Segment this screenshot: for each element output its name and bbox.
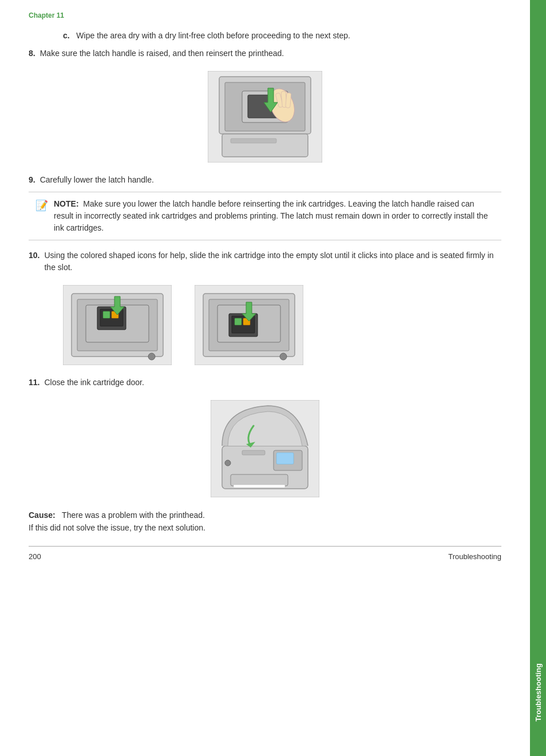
step-11-number: 11.: [29, 377, 39, 389]
svg-point-39: [225, 460, 231, 466]
note-text: Make sure you lower the latch handle bef…: [54, 199, 488, 232]
main-content: Chapter 11 c. Wipe the area dry with a d…: [0, 0, 530, 756]
cause-line: Cause: There was a problem with the prin…: [29, 509, 501, 521]
chapter-header: Chapter 11: [29, 11, 501, 19]
note-label: NOTE:: [54, 199, 79, 208]
step-10-number: 10.: [29, 250, 39, 274]
svg-rect-40: [242, 450, 265, 455]
page-container: Chapter 11 c. Wipe the area dry with a d…: [0, 0, 546, 756]
if-not-solved: If this did not solve the issue, try the…: [29, 521, 501, 534]
side-tab: Troubleshooting: [530, 0, 546, 756]
step-11-image-container: [29, 400, 501, 497]
step-8-text: Make sure the latch handle is raised, an…: [40, 48, 284, 60]
step-8-image: [208, 71, 322, 163]
cause-text: There was a problem with the printhead.: [62, 510, 205, 520]
side-tab-text: Troubleshooting: [534, 663, 543, 722]
step-8-image-container: [29, 71, 501, 163]
footer-troubleshooting: Troubleshooting: [448, 552, 501, 561]
note-icon: 📝: [35, 198, 48, 234]
step-11: 11. Close the ink cartridge door.: [29, 377, 501, 389]
footer-page: 200: [29, 552, 41, 561]
step-8: 8. Make sure the latch handle is raised,…: [29, 48, 501, 60]
svg-rect-10: [222, 134, 308, 157]
bottom-rule: [29, 546, 501, 547]
step-9-number: 9.: [29, 174, 35, 186]
cause-label: Cause:: [29, 510, 56, 520]
step-c-label: c.: [63, 31, 70, 40]
step-11-image: [211, 400, 319, 497]
step-11-text: Close the ink cartridge door.: [44, 377, 144, 389]
svg-point-31: [280, 353, 287, 360]
note-box: 📝 NOTE: Make sure you lower the latch ha…: [29, 192, 501, 240]
note-content: NOTE: Make sure you lower the latch hand…: [54, 198, 494, 234]
svg-rect-35: [234, 485, 285, 488]
step-8-number: 8.: [29, 48, 35, 60]
step-10: 10. Using the colored shaped icons for h…: [29, 250, 501, 274]
step-9: 9. Carefully lower the latch handle.: [29, 174, 501, 186]
step-10-images: [63, 285, 501, 365]
cause-block: Cause: There was a problem with the prin…: [29, 509, 501, 535]
step-10-text: Using the colored shaped icons for help,…: [44, 250, 501, 274]
svg-rect-28: [235, 318, 242, 325]
svg-rect-37: [276, 453, 294, 464]
step-10-image-left: [63, 285, 172, 365]
svg-point-21: [148, 353, 155, 360]
step-c: c. Wipe the area dry with a dry lint-fre…: [63, 30, 501, 42]
svg-rect-34: [231, 474, 288, 486]
step-9-text: Carefully lower the latch handle.: [40, 174, 154, 186]
svg-rect-11: [231, 138, 276, 143]
step-c-text: Wipe the area dry with a dry lint-free c…: [76, 31, 350, 40]
step-10-image-right: [195, 285, 303, 365]
footer: 200 Troubleshooting: [29, 552, 501, 561]
svg-rect-18: [103, 311, 110, 318]
